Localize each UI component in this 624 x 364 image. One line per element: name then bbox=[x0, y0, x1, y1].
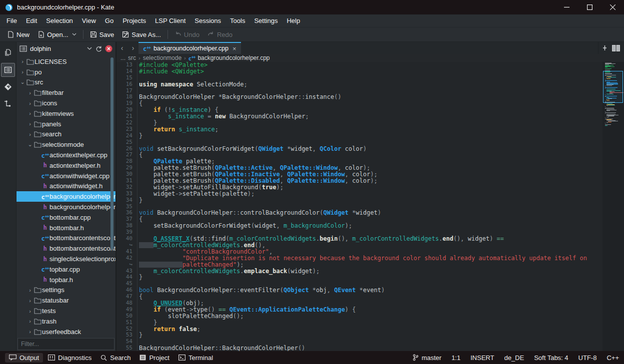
menu-tools[interactable]: Tools bbox=[226, 15, 250, 26]
chevron-right-icon[interactable]: › bbox=[27, 121, 33, 127]
code-line[interactable]: 14#include <QWidget> bbox=[116, 68, 602, 75]
chevron-down-icon[interactable]: ⌄ bbox=[27, 141, 33, 148]
input-mode[interactable]: INSERT bbox=[470, 354, 494, 362]
code-line[interactable]: 16using namespace SelectionMode; bbox=[116, 81, 602, 88]
documents-sidebar-button[interactable] bbox=[1, 46, 15, 60]
breadcrumb-selectionmode[interactable]: selectionmode bbox=[143, 54, 182, 61]
maximize-button[interactable] bbox=[578, 0, 601, 14]
tree-item-actionwithwidget-cpp[interactable]: c++actionwithwidget.cpp bbox=[16, 171, 116, 181]
tree-item-settings[interactable]: ›settings bbox=[16, 285, 116, 296]
tree-item-kitemviews[interactable]: ›kitemviews bbox=[16, 108, 116, 119]
save-button[interactable]: Save bbox=[86, 29, 118, 40]
tree-item-bottombarcontentscont-[interactable]: c++bottombarcontentscont... bbox=[16, 233, 116, 244]
tree-item-filterbar[interactable]: ›filterbar bbox=[16, 87, 116, 98]
menu-sessions[interactable]: Sessions bbox=[190, 15, 226, 26]
tree-item-actiontexthelper-cpp[interactable]: c++actiontexthelper.cpp bbox=[16, 150, 116, 160]
tab-settings[interactable]: Soft Tabs: 4 bbox=[534, 354, 568, 362]
tab-back-icon[interactable]: ‹ bbox=[116, 42, 128, 54]
undo-button[interactable]: Undo bbox=[170, 29, 204, 40]
tree-item-bottombar-h[interactable]: hbottombar.h bbox=[16, 223, 116, 233]
new-button[interactable]: New bbox=[3, 29, 34, 40]
tree-item-search[interactable]: ›search bbox=[16, 129, 116, 140]
menu-edit[interactable]: Edit bbox=[22, 15, 42, 26]
chevron-right-icon[interactable]: › bbox=[20, 69, 26, 75]
tree-item-licenses[interactable]: ›LICENSES bbox=[16, 56, 116, 67]
tab-backgroundcolorhelper[interactable]: c++ backgroundcolorhelper.cpp × bbox=[138, 42, 241, 54]
minimize-button[interactable] bbox=[555, 0, 578, 14]
tree-filter-input[interactable] bbox=[18, 338, 114, 350]
new-tab-icon[interactable] bbox=[602, 45, 607, 51]
code-line[interactable]: 53} bbox=[116, 332, 602, 339]
git-branch-indicator[interactable]: master bbox=[412, 354, 442, 362]
code-line[interactable]: 46bool BackgroundColorHelper::eventFilte… bbox=[116, 287, 602, 294]
breadcrumb-file[interactable]: backgroundcolorhelper.cpp bbox=[198, 54, 270, 61]
breadcrumb-src[interactable]: src bbox=[128, 54, 136, 61]
tree-item-panels[interactable]: ›panels bbox=[16, 119, 116, 129]
code-line[interactable]: 43 m_colorControlledWidgets.emplace_back… bbox=[116, 268, 602, 275]
code-line[interactable]: 50 slotPaletteChanged(); bbox=[116, 313, 602, 320]
tree-item-bottombar-cpp[interactable]: c++bottombar.cpp bbox=[16, 212, 116, 223]
chevron-right-icon[interactable]: › bbox=[27, 308, 33, 314]
open-button[interactable]: Open... bbox=[34, 29, 80, 40]
tree-item-topbar-h[interactable]: htopbar.h bbox=[16, 275, 116, 285]
diagnostics-pane-button[interactable]: Diagnostics bbox=[44, 353, 96, 363]
chevron-down-icon[interactable]: ⌄ bbox=[20, 79, 26, 85]
code-line[interactable]: 24} bbox=[116, 133, 602, 139]
menu-projects[interactable]: Projects bbox=[118, 15, 150, 26]
tree-item-backgroundcolorhelper-h[interactable]: hbackgroundcolorhelper.h bbox=[16, 202, 116, 212]
code-line[interactable]: 18BackgroundColorHelper *BackgroundColor… bbox=[116, 94, 602, 100]
projects-sidebar-button[interactable] bbox=[1, 63, 15, 77]
menu-lsp-client[interactable]: LSP Client bbox=[150, 15, 190, 26]
close-button[interactable] bbox=[601, 0, 624, 14]
chevron-right-icon[interactable]: › bbox=[27, 131, 33, 137]
red-close-badge-icon[interactable] bbox=[105, 45, 112, 52]
chevron-right-icon[interactable]: › bbox=[27, 298, 33, 304]
code-line[interactable]: 26void setBackgroundColorForWidget(QWidg… bbox=[116, 146, 602, 152]
tree-item-selectionmode[interactable]: ⌄selectionmode bbox=[16, 139, 116, 150]
minimap[interactable] bbox=[602, 62, 624, 351]
chevron-right-icon[interactable]: › bbox=[27, 318, 33, 324]
menu-file[interactable]: File bbox=[2, 15, 22, 26]
encoding[interactable]: UTF-8 bbox=[578, 354, 597, 362]
output-pane-button[interactable]: Output bbox=[5, 353, 43, 363]
minimap-viewport[interactable] bbox=[604, 71, 623, 103]
tab-close-icon[interactable]: × bbox=[232, 45, 236, 52]
dictionary[interactable]: de_DE bbox=[504, 354, 524, 362]
save-as-button[interactable]: Save As... bbox=[118, 29, 165, 40]
menu-go[interactable]: Go bbox=[100, 15, 118, 26]
search-pane-button[interactable]: Search bbox=[96, 353, 134, 363]
code-line[interactable]: 38 setBackgroundColorForWidget(widget, m… bbox=[116, 223, 602, 229]
code-line[interactable]: 55BackgroundColorHelper::BackgroundColor… bbox=[116, 345, 602, 351]
menu-settings[interactable]: Settings bbox=[250, 15, 282, 26]
tree-item-singleclickselectionproxy-[interactable]: hsingleclickselectionproxy... bbox=[16, 254, 116, 264]
code-line[interactable]: 36void BackgroundColorHelper::controlBac… bbox=[116, 210, 602, 216]
tree-item-tests[interactable]: ›tests bbox=[16, 306, 116, 316]
code-editor[interactable]: 13#include <QPalette>14#include <QWidget… bbox=[116, 62, 602, 351]
chevron-right-icon[interactable]: › bbox=[27, 329, 33, 335]
project-selector[interactable]: dolphin bbox=[16, 42, 116, 55]
tab-forward-icon[interactable]: › bbox=[128, 42, 138, 54]
tree-item-userfeedback[interactable]: ›userfeedback bbox=[16, 327, 116, 337]
project-pane-button[interactable]: Project bbox=[136, 353, 173, 363]
chevron-right-icon[interactable]: › bbox=[20, 58, 26, 64]
tree-item-po[interactable]: ›po bbox=[16, 67, 116, 77]
chevron-right-icon[interactable]: › bbox=[27, 100, 33, 106]
chevron-down-icon[interactable] bbox=[87, 47, 92, 50]
chevron-right-icon[interactable]: › bbox=[27, 287, 33, 293]
menu-help[interactable]: Help bbox=[282, 15, 304, 26]
chevron-right-icon[interactable]: › bbox=[27, 110, 33, 116]
tree-item-actionwithwidget-h[interactable]: hactionwithwidget.h bbox=[16, 181, 116, 192]
tree-item-topbar-cpp[interactable]: c++topbar.cpp bbox=[16, 264, 116, 275]
git-sidebar-button[interactable] bbox=[1, 80, 15, 94]
symbols-sidebar-button[interactable] bbox=[1, 97, 15, 111]
tree-item-icons[interactable]: ›icons bbox=[16, 98, 116, 108]
syntax-mode[interactable]: C++ bbox=[606, 354, 619, 362]
redo-button[interactable]: Redo bbox=[204, 29, 236, 40]
tree-item-statusbar[interactable]: ›statusbar bbox=[16, 295, 116, 306]
split-view-icon[interactable] bbox=[612, 45, 620, 51]
code-line[interactable]: 52 return false; bbox=[116, 326, 602, 333]
menu-view[interactable]: View bbox=[78, 15, 100, 26]
terminal-pane-button[interactable]: Terminal bbox=[174, 353, 217, 363]
breadcrumb-collapsed[interactable]: ... bbox=[120, 54, 126, 61]
tree-item-backgroundcolorhelper-c-[interactable]: c++backgroundcolorhelper.c... bbox=[16, 191, 116, 202]
